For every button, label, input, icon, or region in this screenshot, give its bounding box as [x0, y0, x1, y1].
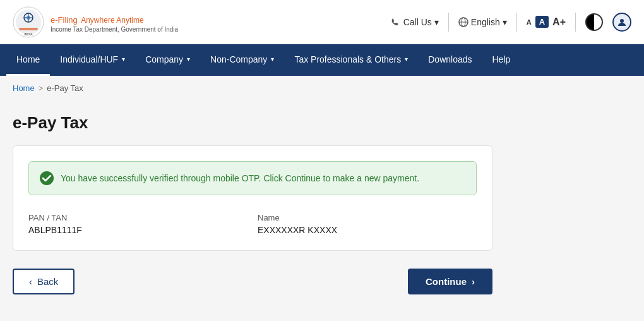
breadcrumb-separator: > [39, 83, 44, 93]
nav-item-taxpro[interactable]: Tax Professionals & Others ▾ [284, 44, 418, 76]
language-label: English [471, 17, 500, 27]
divider-1 [448, 13, 449, 32]
nav-item-noncompany[interactable]: Non-Company ▾ [200, 44, 284, 76]
nav-noncompany-arrow: ▾ [271, 56, 274, 63]
pan-label: PAN / TAN [28, 213, 247, 222]
nav-help-label: Help [492, 54, 511, 64]
continue-arrow-icon: › [472, 276, 475, 287]
divider-2 [516, 13, 517, 32]
nav-downloads-label: Downloads [428, 54, 472, 64]
pan-value: ABLPB1111F [28, 225, 247, 235]
font-small-button[interactable]: A [527, 18, 532, 26]
svg-rect-6 [19, 28, 38, 30]
success-message: You have successfully verified through m… [28, 161, 477, 195]
logo-text: e-Filing Anywhere Anytime Income Tax Dep… [51, 11, 178, 33]
nav-company-label: Company [145, 54, 183, 64]
emblem-icon: INDIA [13, 6, 44, 38]
globe-icon [458, 17, 468, 27]
logo-section: INDIA e-Filing Anywhere Anytime Income T… [13, 6, 178, 38]
call-us-button[interactable]: Call Us ▾ [391, 17, 439, 27]
profile-icon[interactable] [612, 13, 631, 32]
pan-info: PAN / TAN ABLPB1111F [28, 213, 247, 235]
breadcrumb: Home > e-Pay Tax [0, 76, 644, 100]
header-actions: Call Us ▾ English ▾ A A A+ [391, 13, 631, 32]
continue-label: Continue [426, 276, 467, 287]
navbar: Home Individual/HUF ▾ Company ▾ Non-Comp… [0, 44, 644, 76]
svg-text:INDIA: INDIA [24, 32, 33, 36]
nav-noncompany-label: Non-Company [210, 54, 267, 64]
font-large-button[interactable]: A+ [552, 16, 566, 28]
back-label: Back [37, 276, 58, 287]
nav-company-arrow: ▾ [187, 56, 190, 63]
phone-icon [391, 17, 401, 27]
nav-item-home[interactable]: Home [6, 44, 50, 76]
language-chevron: ▾ [503, 17, 507, 27]
svg-point-11 [620, 19, 624, 23]
nav-home-label: Home [16, 54, 40, 64]
nav-individual-label: Individual/HUF [60, 54, 118, 64]
back-button[interactable]: ‹ Back [13, 269, 75, 294]
divider-3 [575, 13, 576, 32]
call-us-chevron: ▾ [434, 17, 439, 27]
name-label: Name [258, 213, 477, 222]
nav-item-downloads[interactable]: Downloads [418, 44, 482, 76]
nav-item-help[interactable]: Help [482, 44, 521, 76]
continue-button[interactable]: Continue › [408, 269, 492, 294]
font-medium-button[interactable]: A [535, 16, 549, 28]
info-grid: PAN / TAN ABLPB1111F Name EXXXXXXR KXXXX [28, 213, 477, 235]
epay-card: You have successfully verified through m… [13, 145, 492, 251]
main-content: e-Pay Tax You have successfully verified… [0, 100, 644, 320]
nav-taxpro-arrow: ▾ [405, 56, 408, 63]
contrast-button[interactable] [585, 13, 603, 31]
breadcrumb-current: e-Pay Tax [47, 83, 83, 93]
call-us-label: Call Us [403, 17, 432, 27]
name-info: Name EXXXXXXR KXXXX [258, 213, 477, 235]
nav-item-individual[interactable]: Individual/HUF ▾ [50, 44, 135, 76]
header: INDIA e-Filing Anywhere Anytime Income T… [0, 0, 644, 44]
success-check-icon [39, 171, 54, 186]
name-value: EXXXXXXR KXXXX [258, 225, 477, 235]
language-button[interactable]: English ▾ [458, 17, 507, 27]
logo-efiling: e-Filing [51, 15, 78, 25]
logo-title: e-Filing Anywhere Anytime [51, 11, 178, 26]
back-arrow-icon: ‹ [29, 276, 32, 287]
svg-point-5 [27, 16, 30, 20]
nav-taxpro-label: Tax Professionals & Others [294, 54, 401, 64]
action-row: ‹ Back Continue › [13, 269, 492, 294]
logo-tagline: Anywhere Anytime [81, 16, 143, 25]
page-title: e-Pay Tax [13, 113, 631, 133]
success-text: You have successfully verified through m… [61, 173, 419, 183]
svg-point-12 [40, 171, 54, 185]
nav-item-company[interactable]: Company ▾ [135, 44, 200, 76]
logo-subtitle: Income Tax Department, Government of Ind… [51, 26, 178, 33]
font-size-controls: A A A+ [527, 16, 566, 28]
nav-individual-arrow: ▾ [122, 56, 125, 63]
breadcrumb-home-link[interactable]: Home [13, 83, 35, 93]
